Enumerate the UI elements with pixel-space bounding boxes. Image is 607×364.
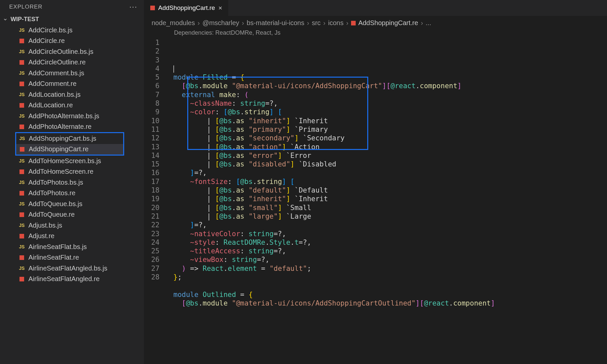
- reason-file-icon: [18, 212, 25, 217]
- code-line[interactable]: | [@bs.as "inherit"] `Inherit: [167, 117, 607, 125]
- file-item[interactable]: AddToQueue.re: [0, 209, 144, 220]
- file-item[interactable]: AddLocation.re: [0, 100, 144, 111]
- js-file-icon: JS: [18, 201, 25, 206]
- file-name: AirlineSeatFlatAngled.bs.js: [28, 265, 107, 272]
- code-line[interactable]: ~nativeColor: string=?,: [167, 230, 607, 238]
- file-name: AddLocation.bs.js: [28, 91, 81, 98]
- code-line[interactable]: | [@bs.as "default"] `Default: [167, 186, 607, 195]
- code-line[interactable]: [167, 281, 607, 290]
- file-name: AddCircle.bs.js: [28, 26, 72, 34]
- chevron-right-icon: ›: [323, 19, 326, 27]
- code-line[interactable]: | [@bs.as "action"] `Action: [167, 143, 607, 151]
- file-item[interactable]: AddCircleOutline.re: [0, 57, 144, 68]
- file-name: AddShoppingCart.bs.js: [29, 135, 96, 142]
- file-name: AddToQueue.bs.js: [28, 200, 82, 208]
- annotation-highlight-box: JSAddShoppingCart.bs.jsAddShoppingCart.r…: [15, 132, 124, 156]
- file-item[interactable]: JSAddShoppingCart.bs.js: [16, 133, 123, 144]
- file-name: AirlineSeatFlat.re: [28, 254, 79, 261]
- file-item[interactable]: JSAddCircleOutline.bs.js: [0, 46, 144, 57]
- code-line[interactable]: [@bs.module "@material-ui/icons/AddShopp…: [167, 299, 607, 308]
- crumb[interactable]: src: [312, 19, 321, 27]
- file-item[interactable]: AddShoppingCart.re: [16, 144, 123, 155]
- chevron-right-icon: ›: [242, 19, 244, 27]
- code-line[interactable]: module Outlined = {: [167, 290, 607, 299]
- file-name: AddToHomeScreen.re: [28, 168, 93, 175]
- file-item[interactable]: AddPhotoAlternate.re: [0, 122, 144, 132]
- code-line[interactable]: ~style: ReactDOMRe.Style.t=?,: [167, 238, 607, 247]
- code-line[interactable]: ~titleAccess: string=?,: [167, 247, 607, 255]
- reason-file-icon: [18, 60, 25, 65]
- file-item[interactable]: JSAddToPhotos.bs.js: [0, 177, 144, 188]
- code-line[interactable]: | [@bs.as "small"] `Small: [167, 203, 607, 212]
- chevron-right-icon: ›: [346, 19, 348, 27]
- file-item[interactable]: JSAirlineSeatFlat.bs.js: [0, 241, 144, 252]
- js-file-icon: JS: [18, 92, 25, 97]
- reason-file-icon: [18, 39, 25, 43]
- code-line[interactable]: | [@bs.as "large"] `Large: [167, 212, 607, 221]
- code-line[interactable]: ]=?,: [167, 221, 607, 229]
- js-file-icon: JS: [19, 136, 25, 141]
- file-name: AddCircle.re: [28, 37, 65, 45]
- file-item[interactable]: Adjust.re: [0, 231, 144, 242]
- crumb-more[interactable]: ...: [426, 19, 431, 27]
- reason-file-icon: [18, 169, 25, 174]
- close-icon[interactable]: ×: [218, 4, 222, 12]
- file-item[interactable]: JSAddComment.bs.js: [0, 68, 144, 79]
- tab-bar: AddShoppingCart.re ×: [144, 0, 607, 16]
- code-line[interactable]: | [@bs.as "disabled"] `Disabled: [167, 160, 607, 168]
- crumb-file[interactable]: AddShoppingCart.re: [351, 19, 418, 27]
- file-item[interactable]: AddToPhotos.re: [0, 188, 144, 199]
- file-item[interactable]: JSAirlineSeatFlatAngled.bs.js: [0, 263, 144, 274]
- file-item[interactable]: JSAddPhotoAlternate.bs.js: [0, 111, 144, 122]
- js-file-icon: JS: [18, 49, 25, 54]
- code-line[interactable]: [167, 64, 607, 73]
- tab-addshoppingcart[interactable]: AddShoppingCart.re ×: [144, 0, 229, 16]
- file-name: AddCircleOutline.re: [28, 58, 86, 66]
- code-line[interactable]: ~fontSize: [@bs.string] [: [167, 177, 607, 186]
- code-line[interactable]: external make: (: [167, 91, 607, 99]
- crumb[interactable]: @mscharley: [202, 19, 239, 27]
- breadcrumbs[interactable]: node_modules › @mscharley › bs-material-…: [144, 16, 607, 29]
- code-line[interactable]: ~className: string=?,: [167, 99, 607, 108]
- codelens-dependencies[interactable]: Dependencies: ReactDOMRe, React, Js: [144, 29, 607, 38]
- file-item[interactable]: JSAddToQueue.bs.js: [0, 199, 144, 209]
- code-line[interactable]: | [@bs.as "primary"] `Primary: [167, 125, 607, 134]
- js-file-icon: JS: [18, 158, 25, 164]
- code-line[interactable]: ~color: [@bs.string] [: [167, 108, 607, 116]
- reason-file-icon: [150, 6, 155, 10]
- explorer-more-icon[interactable]: ···: [129, 3, 137, 11]
- project-root[interactable]: WIP-TEST: [0, 14, 144, 25]
- code-area[interactable]: 1234567891011121314151617181920212223242…: [144, 38, 607, 364]
- code-line[interactable]: ]=?,: [167, 168, 607, 177]
- code-line[interactable]: ) => React.element = "default";: [167, 264, 607, 273]
- file-name: AddToQueue.re: [28, 211, 75, 218]
- file-item[interactable]: JSAddLocation.bs.js: [0, 89, 144, 100]
- crumb[interactable]: bs-material-ui-icons: [247, 19, 304, 27]
- file-item[interactable]: AirlineSeatFlat.re: [0, 252, 144, 263]
- code-content[interactable]: module Filled = { [@bs.module "@material…: [167, 38, 607, 364]
- file-item[interactable]: AirlineSeatFlatAngled.re: [0, 274, 144, 285]
- file-item[interactable]: JSAdjust.bs.js: [0, 220, 144, 231]
- file-item[interactable]: JSAddToHomeScreen.bs.js: [0, 156, 144, 166]
- js-file-icon: JS: [18, 266, 25, 271]
- file-name: AddPhotoAlternate.bs.js: [28, 112, 99, 120]
- code-line[interactable]: | [@bs.as "error"] `Error: [167, 151, 607, 160]
- file-item[interactable]: AddCircle.re: [0, 36, 144, 47]
- file-name: AddLocation.re: [28, 101, 73, 109]
- explorer-header: EXPLORER ···: [0, 0, 144, 14]
- code-line[interactable]: | [@bs.as "secondary"] `Secondary: [167, 134, 607, 142]
- explorer-title: EXPLORER: [9, 4, 43, 10]
- code-line[interactable]: };: [167, 273, 607, 281]
- code-line[interactable]: [@bs.module "@material-ui/icons/AddShopp…: [167, 82, 607, 90]
- code-line[interactable]: ~viewBox: string=?,: [167, 255, 607, 264]
- file-name: AddComment.bs.js: [28, 69, 84, 77]
- code-line[interactable]: module Filled = {: [167, 73, 607, 82]
- file-item[interactable]: JSAddCircle.bs.js: [0, 25, 144, 36]
- crumb[interactable]: node_modules: [152, 19, 195, 27]
- file-item[interactable]: AddComment.re: [0, 79, 144, 90]
- code-line[interactable]: | [@bs.as "inherit"] `Inherit: [167, 195, 607, 203]
- file-item[interactable]: AddToHomeScreen.re: [0, 166, 144, 177]
- crumb[interactable]: icons: [328, 19, 344, 27]
- chevron-down-icon: [3, 17, 8, 22]
- file-name: Adjust.bs.js: [28, 222, 62, 229]
